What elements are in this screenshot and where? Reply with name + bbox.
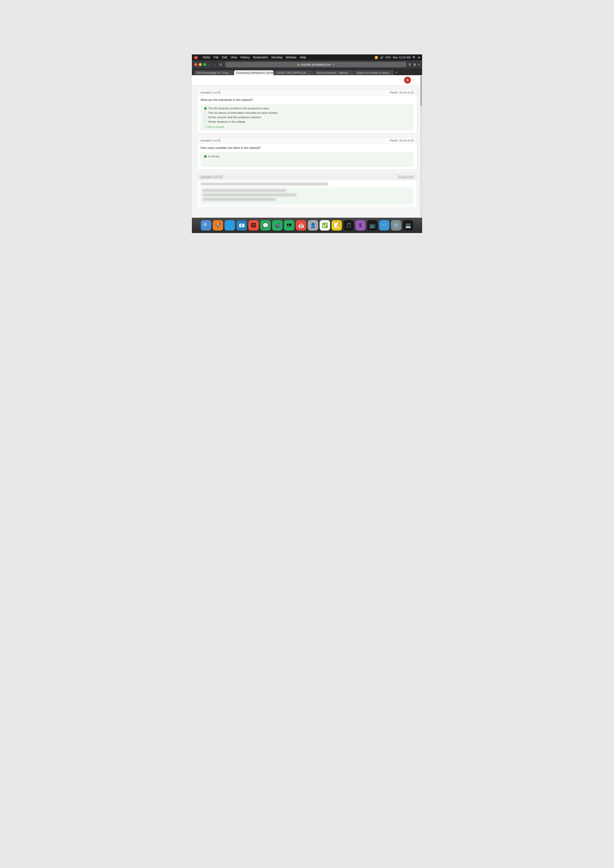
clock: Mon 12:02 AM — [393, 56, 410, 59]
option-1-2-label: The six pieces of information recorded o… — [208, 111, 278, 114]
maximize-button[interactable] — [203, 63, 206, 66]
dock-icon-photos[interactable]: 🖼 — [248, 220, 259, 231]
dock-icon-reminders[interactable]: ✅ — [320, 220, 330, 231]
avatar[interactable]: A — [404, 77, 411, 84]
tab-1[interactable]: (94) Moneybagg Yo "Ocean Spray" (Pro... — [194, 70, 233, 75]
dock-icon-safari[interactable]: 🌐 — [225, 220, 235, 231]
bottom-whitespace — [192, 233, 422, 327]
menubar-bookmarks[interactable]: Bookmarks — [253, 56, 268, 59]
radio-1-4 — [204, 121, 207, 123]
menubar-view[interactable]: View — [230, 56, 237, 59]
tab-4[interactable]: Announcements – Blackboard Learn — [314, 70, 354, 75]
tab-overview-button[interactable]: ⊞ — [218, 62, 223, 67]
question-card-2: Question 2 of 20 Points: 10 out of 10 Ho… — [197, 137, 417, 170]
question-2-text: How many variables are there in this dat… — [201, 146, 413, 150]
option-1-1-label: The 55 students enrolled in the professo… — [208, 107, 269, 110]
menubar-develop[interactable]: Develop — [272, 56, 283, 59]
sidebar-button[interactable]: ≡ — [418, 63, 420, 67]
radio-2-1 — [204, 155, 207, 158]
question-2-points: Points: 10 out of 10 — [390, 139, 413, 142]
radio-1-2 — [204, 112, 207, 114]
menubar: 🍎 Safari File Edit View History Bookmark… — [192, 54, 422, 60]
new-tab-button[interactable]: ⊞ — [413, 63, 416, 67]
radio-1-3 — [204, 116, 207, 119]
battery-percent: 62% — [385, 56, 391, 59]
user-avatar-bar: A ▼ — [192, 75, 422, 85]
window-controls — [194, 63, 206, 66]
menubar-help[interactable]: Help — [300, 56, 306, 59]
dock-icon-calendar[interactable]: 📅 — [296, 220, 306, 231]
menubar-window[interactable]: Window — [286, 56, 297, 59]
dock-icon-finder[interactable]: 🔍 — [201, 220, 211, 231]
blurred-header: Question 3 of 20 10 out of 10 — [197, 174, 417, 180]
option-1-3-label: All the courses that this professor teac… — [208, 116, 261, 119]
close-button[interactable] — [194, 63, 197, 66]
dock-icon-contacts[interactable]: 👤 — [308, 220, 318, 231]
q2-answer-row: 6 correct — [204, 154, 410, 158]
blurred-questions: Question 3 of 20 10 out of 10 — [197, 174, 417, 214]
option-1-1[interactable]: The 55 students enrolled in the professo… — [204, 106, 410, 110]
dock-icon-music[interactable]: 🎵 — [344, 220, 354, 231]
dock-icon-facetime[interactable]: 📹 — [272, 220, 283, 231]
question-1-text: What are the individuals in this dataset… — [201, 98, 413, 102]
tab-3[interactable]: USING THE EMPIRICAL RULE — [274, 70, 314, 75]
minimize-button[interactable] — [199, 63, 202, 66]
question-2-body: How many variables are there in this dat… — [197, 144, 417, 169]
dock: 🔍 🚀 🌐 📧 🖼 💬 📹 🗺 📅 👤 ✅ 📝 🎵 🎙 📺 🛒 ⚙️ 💻 — [192, 218, 422, 233]
dock-icon-system[interactable]: ⚙️ — [391, 220, 401, 231]
apple-menu[interactable]: 🍎 — [194, 56, 198, 59]
tab-5[interactable]: Impact on median & mean: increasing... — [354, 70, 394, 75]
blurred-line-1 — [201, 183, 328, 185]
dock-icon-tv[interactable]: 📺 — [367, 220, 378, 231]
lock-icon: 🔒 — [297, 64, 300, 66]
correct-message-1: ✓ This is correct. — [204, 126, 410, 129]
question-2-answer-area: 6 correct — [201, 152, 413, 167]
browser-content: A ▼ Question 1 of 20 Points: 10 out of 1… — [192, 75, 422, 218]
dock-icon-maps[interactable]: 🗺 — [284, 220, 294, 231]
option-1-4-label: All the students in the college — [208, 120, 246, 123]
forward-button[interactable]: › — [213, 62, 217, 67]
dock-icon-terminal[interactable]: 💻 — [403, 220, 413, 231]
volume-icon: 🔊 — [380, 56, 384, 59]
blurred-line-4 — [202, 198, 275, 201]
question-card-blurred: Question 3 of 20 10 out of 10 — [197, 174, 417, 207]
avatar-chevron: ▼ — [412, 79, 415, 82]
menubar-safari[interactable]: Safari — [202, 56, 210, 59]
siri-icon[interactable]: ⊕ — [418, 56, 420, 59]
scrollbar[interactable] — [420, 75, 422, 218]
question-1-points: Points: 10 out of 10 — [390, 91, 413, 94]
dock-icon-launchpad[interactable]: 🚀 — [213, 220, 223, 231]
question-1-number: Question 1 of 20 — [201, 91, 221, 94]
dock-icon-podcasts[interactable]: 🎙 — [355, 220, 366, 231]
wifi-icon: 📶 — [375, 56, 378, 59]
search-icon[interactable]: 🔍 — [412, 56, 416, 59]
blurred-line-3 — [202, 194, 297, 196]
question-1-body: What are the individuals in this dataset… — [197, 96, 417, 133]
back-button[interactable]: ‹ — [208, 62, 211, 67]
browser-frame: ‹ › ⊞ 🔒 courses.acrobatiq.com ↻ ⬆ ⊞ ≡ (9… — [192, 60, 422, 75]
option-1-3[interactable]: All the courses that this professor teac… — [204, 115, 410, 119]
dock-icon-appstore[interactable]: 🛒 — [379, 220, 389, 231]
add-tab-button[interactable]: + — [395, 70, 399, 75]
question-2-number: Question 2 of 20 — [201, 139, 221, 142]
menubar-history[interactable]: History — [240, 56, 250, 59]
menubar-file[interactable]: File — [214, 56, 218, 59]
blurred-line-2 — [202, 189, 286, 192]
question-card-1: Question 1 of 20 Points: 10 out of 10 Wh… — [197, 89, 417, 133]
dock-icon-messages[interactable]: 💬 — [260, 220, 270, 231]
dock-icon-mail[interactable]: 📧 — [236, 220, 247, 231]
question-1-header: Question 1 of 20 Points: 10 out of 10 — [197, 90, 417, 96]
content-area: Question 1 of 20 Points: 10 out of 10 Wh… — [192, 85, 422, 218]
scrollbar-thumb[interactable] — [420, 76, 422, 106]
address-bar[interactable]: 🔒 courses.acrobatiq.com ↻ — [225, 62, 406, 67]
option-1-2[interactable]: The six pieces of information recorded o… — [204, 110, 410, 115]
option-1-4[interactable]: All the students in the college — [204, 119, 410, 124]
radio-1-1 — [204, 107, 207, 110]
reload-icon[interactable]: ↻ — [333, 63, 335, 66]
blurred-question-num: Question 3 of 20 — [201, 175, 222, 179]
share-button[interactable]: ⬆ — [408, 63, 411, 67]
tab-2[interactable]: Examining Distributions | Acrobatiq — [234, 70, 274, 75]
blurred-content — [197, 180, 417, 207]
menubar-edit[interactable]: Edit — [222, 56, 227, 59]
dock-icon-notes[interactable]: 📝 — [331, 220, 342, 231]
